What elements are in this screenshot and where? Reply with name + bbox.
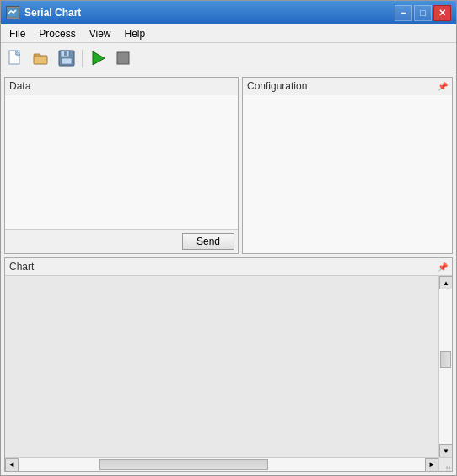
scroll-track-h[interactable] [19,458,425,471]
open-button[interactable] [30,46,53,70]
chart-panel-title: Chart [9,261,34,273]
new-icon [7,49,25,68]
window-title: Serial Chart [24,7,395,19]
svg-rect-5 [34,54,40,57]
top-panels: Data Send Configuration 📌 [4,77,453,254]
stop-button[interactable] [111,46,135,70]
config-panel-content[interactable] [243,95,452,253]
scroll-up-button[interactable]: ▲ [439,276,452,289]
data-panel-header: Data [5,78,238,95]
chart-content: ▲ ▼ ◄ ► [5,276,452,471]
menu-bar: File Process View Help [1,24,456,43]
svg-rect-4 [34,56,47,64]
config-pin-icon[interactable]: 📌 [438,82,448,91]
scroll-track-v[interactable] [439,289,452,444]
maximize-button[interactable]: □ [414,5,432,21]
scroll-thumb-v[interactable] [440,351,451,368]
stop-icon [114,49,132,68]
data-panel-footer: Send [5,229,238,253]
save-button[interactable] [55,46,78,70]
send-button[interactable]: Send [182,233,234,250]
save-icon [57,49,76,68]
close-button[interactable]: ✕ [433,5,451,21]
title-bar: Serial Chart − □ ✕ [1,1,456,24]
minimize-button[interactable]: − [395,5,412,21]
data-panel: Data Send [4,77,239,254]
svg-rect-9 [64,51,67,56]
svg-rect-8 [62,58,72,64]
new-button[interactable] [4,46,28,70]
chart-area [5,276,438,457]
resize-grip[interactable]: ⠿ [445,465,455,475]
scroll-left-button[interactable]: ◄ [5,458,19,472]
data-panel-content[interactable] [5,95,238,229]
scroll-down-button[interactable]: ▼ [439,444,452,457]
menu-help[interactable]: Help [118,26,153,41]
svg-rect-11 [117,52,129,64]
chart-scrollbar-v: ▲ ▼ [438,276,452,457]
config-panel-header: Configuration 📌 [243,78,452,95]
chart-pin-icon[interactable]: 📌 [438,262,448,272]
svg-marker-10 [93,51,105,65]
chart-panel-header: Chart 📌 [5,258,452,276]
scroll-right-button[interactable]: ► [425,458,438,472]
menu-view[interactable]: View [83,26,118,41]
chart-scrollbar-h: ◄ ► [5,457,438,471]
open-icon [32,49,51,68]
window-icon [6,6,19,19]
chart-panel: Chart 📌 ▲ ▼ ◄ [4,257,453,472]
toolbar-sep [82,50,83,67]
menu-file[interactable]: File [3,26,32,41]
run-icon [89,49,107,68]
data-panel-title: Data [9,80,30,92]
config-panel-title: Configuration [247,80,307,92]
menu-process[interactable]: Process [32,26,82,41]
toolbar [1,43,456,73]
main-window: Serial Chart − □ ✕ File Process View Hel… [0,0,457,476]
run-button[interactable] [86,46,110,70]
window-controls: − □ ✕ [395,5,451,21]
config-panel: Configuration 📌 [242,77,453,254]
scroll-thumb-h[interactable] [99,459,268,470]
main-content: Data Send Configuration 📌 C [1,73,456,475]
